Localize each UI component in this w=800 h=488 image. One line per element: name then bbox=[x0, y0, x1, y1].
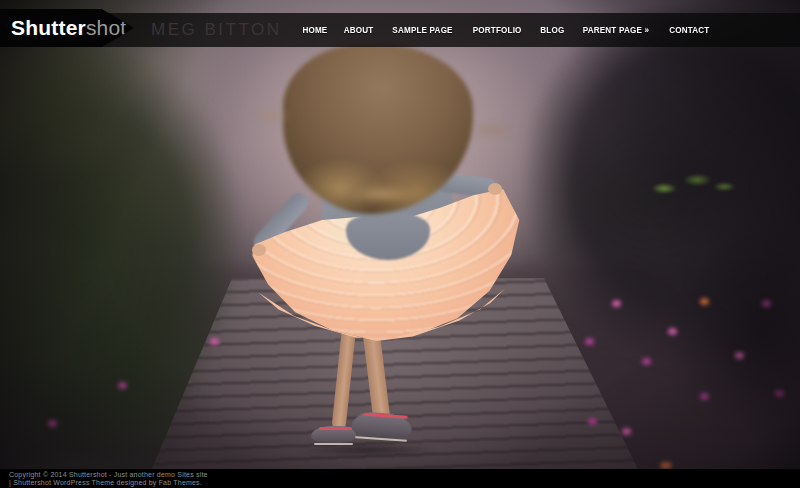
shoe-shadow bbox=[298, 444, 438, 456]
nav-item-contact[interactable]: CONTACT bbox=[670, 25, 710, 35]
girl-shoe bbox=[351, 411, 413, 440]
site-title[interactable]: MEG BITTON bbox=[151, 13, 281, 47]
nav-item-parent-page[interactable]: PARENT PAGE » bbox=[583, 25, 649, 35]
footer-bar: Copyright © 2014 Shuttershot - Just anot… bbox=[0, 469, 800, 488]
nav-item-blog[interactable]: BLOG bbox=[540, 25, 564, 35]
logo-text-bold: Shutter bbox=[11, 16, 86, 39]
nav-item-home[interactable]: HOME bbox=[302, 25, 327, 35]
main-menu: HOME ABOUT SAMPLE PAGE PORTFOLIO BLOG PA… bbox=[301, 13, 713, 47]
page: Shuttershot MEG BITTON HOME ABOUT SAMPLE… bbox=[0, 0, 800, 488]
girl-figure bbox=[0, 0, 800, 488]
footer-copyright: Copyright © 2014 Shuttershot - Just anot… bbox=[9, 471, 800, 479]
nav-item-portfolio[interactable]: PORTFOLIO bbox=[473, 25, 522, 35]
nav-item-sample-page[interactable]: SAMPLE PAGE bbox=[393, 25, 453, 35]
girl-hand bbox=[252, 244, 266, 256]
footer-credits: | Shuttershot WordPress Theme designed b… bbox=[9, 479, 800, 487]
girl-leg bbox=[331, 322, 356, 431]
nav-item-about[interactable]: ABOUT bbox=[344, 25, 374, 35]
girl-shoe bbox=[311, 426, 356, 443]
girl-hair-wisps bbox=[252, 80, 512, 200]
